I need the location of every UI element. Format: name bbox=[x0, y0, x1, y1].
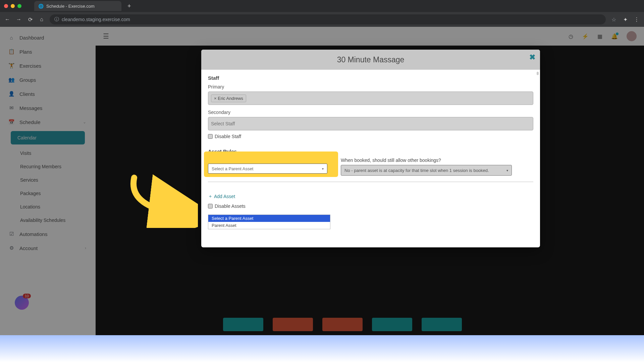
calendar-event[interactable] bbox=[372, 318, 412, 331]
primary-label: Primary bbox=[208, 84, 533, 89]
maximize-window-icon[interactable] bbox=[17, 4, 21, 8]
staff-section-header: Staff bbox=[208, 75, 533, 81]
new-tab-button[interactable]: + bbox=[127, 3, 131, 10]
staff-chip[interactable]: × Eric Andrews bbox=[211, 95, 246, 102]
sidebar-sub-packages[interactable]: Packages bbox=[0, 187, 96, 200]
sidebar-item-dashboard[interactable]: ⌂Dashboard bbox=[0, 31, 96, 45]
select-value: No - parent asset is at capacity for tha… bbox=[344, 168, 489, 173]
person-icon: 👤 bbox=[8, 91, 15, 97]
calendar-events bbox=[223, 318, 462, 331]
primary-staff-input[interactable]: × Eric Andrews bbox=[208, 92, 533, 105]
extensions-icon[interactable]: ✦ bbox=[622, 16, 629, 23]
calendar-event[interactable] bbox=[322, 318, 363, 331]
disable-assets-checkbox[interactable] bbox=[208, 204, 213, 208]
disable-assets-label: Disable Assets bbox=[215, 203, 246, 209]
mail-icon: ✉ bbox=[8, 105, 15, 111]
minimize-window-icon[interactable] bbox=[11, 4, 15, 8]
sidebar-item-label: Schedule bbox=[19, 119, 41, 125]
disable-staff-label: Disable Staff bbox=[215, 134, 241, 139]
sidebar-sub-services[interactable]: Services bbox=[0, 173, 96, 187]
address-bar[interactable]: ⓘ cleandemo.staging.exercise.com bbox=[50, 14, 606, 24]
plus-icon: ＋ bbox=[208, 193, 213, 199]
people-icon: 👥 bbox=[8, 77, 15, 83]
sidebar-sub-recurring-members[interactable]: Recurring Members bbox=[0, 160, 96, 173]
calendar-icon: 📅 bbox=[8, 119, 15, 125]
sidebar-item-label: Plans bbox=[19, 49, 32, 55]
close-icon[interactable]: ✖ bbox=[529, 53, 535, 62]
calendar-event[interactable] bbox=[422, 318, 462, 331]
sidebar-item-label: Groups bbox=[19, 77, 36, 83]
sidebar-item-clients[interactable]: 👤Clients bbox=[0, 87, 96, 101]
sidebar-item-plans[interactable]: 📋Plans bbox=[0, 45, 96, 59]
sidebar-item-schedule[interactable]: 📅Schedule⌄ bbox=[0, 115, 96, 129]
sidebar-sub-visits[interactable]: Visits bbox=[0, 146, 96, 160]
app-sidebar: ⌂Dashboard 📋Plans 🏋Exercises 👥Groups 👤Cl… bbox=[0, 27, 96, 335]
avatar[interactable] bbox=[627, 31, 637, 41]
forward-icon[interactable]: → bbox=[15, 16, 22, 23]
badge-count: 10 bbox=[23, 294, 31, 298]
disable-assets-row[interactable]: Disable Assets bbox=[208, 203, 533, 209]
bookmark-star-icon[interactable]: ☆ bbox=[610, 16, 617, 23]
sidebar-item-label: Clients bbox=[19, 91, 35, 97]
select-parent-asset-dropdown[interactable]: Select a Parent Asset ▾ bbox=[208, 164, 327, 174]
dropdown-option[interactable]: Parent Asset bbox=[208, 222, 330, 229]
select-value: Select a Parent Asset bbox=[212, 166, 253, 171]
bell-icon[interactable]: 🔔 bbox=[611, 33, 618, 40]
sidebar-item-messages[interactable]: ✉Messages bbox=[0, 101, 96, 115]
scrollbar-thumb[interactable] bbox=[537, 72, 539, 75]
divider bbox=[208, 182, 533, 182]
disable-staff-row[interactable]: Disable Staff bbox=[208, 134, 533, 139]
sidebar-item-account[interactable]: ⚙Account› bbox=[0, 241, 96, 255]
browser-toolbar: ← → ⟳ ⌂ ⓘ cleandemo.staging.exercise.com… bbox=[0, 12, 644, 27]
sidebar-sub-availability-schedules[interactable]: Availability Schedules bbox=[0, 214, 96, 227]
placeholder-text: Select Staff bbox=[211, 121, 235, 126]
home-icon[interactable]: ⌂ bbox=[38, 16, 45, 23]
sidebar-sub-locations[interactable]: Locations bbox=[0, 200, 96, 214]
lightning-icon[interactable]: ⚡ bbox=[582, 33, 589, 40]
modal-header: 30 Minute Massage ✖ bbox=[201, 50, 540, 70]
tab-title: Schedule - Exercise.com bbox=[46, 4, 95, 9]
sidebar-item-automations[interactable]: ☑Automations bbox=[0, 227, 96, 241]
browser-tab-bar: 🌐 Schedule - Exercise.com + bbox=[0, 0, 644, 12]
helper-widget[interactable]: 10 bbox=[15, 296, 29, 310]
sidebar-item-exercises[interactable]: 🏋Exercises bbox=[0, 59, 96, 73]
calendar-event[interactable] bbox=[273, 318, 313, 331]
secondary-staff-input[interactable]: Select Staff bbox=[208, 117, 533, 130]
back-icon[interactable]: ← bbox=[4, 16, 11, 23]
sidebar-item-label: Messages bbox=[19, 105, 42, 111]
clipboard-icon: 📋 bbox=[8, 49, 15, 55]
sidebar-sub-calendar[interactable]: Calendar bbox=[11, 131, 85, 144]
browser-menu-icon[interactable]: ⋮ bbox=[633, 16, 640, 23]
parent-asset-dropdown-menu: Select a Parent Asset Parent Asset bbox=[208, 215, 330, 229]
home-icon: ⌂ bbox=[8, 35, 15, 41]
dropdown-option[interactable]: Select a Parent Asset bbox=[208, 215, 330, 222]
browser-tab[interactable]: 🌐 Schedule - Exercise.com bbox=[34, 1, 121, 11]
check-icon: ☑ bbox=[8, 231, 15, 237]
reload-icon[interactable]: ⟳ bbox=[27, 16, 34, 23]
calendar-event[interactable] bbox=[223, 318, 263, 331]
modal-title: 30 Minute Massage bbox=[337, 55, 405, 64]
notification-dot bbox=[616, 33, 619, 35]
add-asset-button[interactable]: ＋Add Asset bbox=[208, 193, 533, 199]
globe-icon: 🌐 bbox=[38, 4, 44, 9]
chevron-right-icon: › bbox=[85, 246, 86, 250]
dumbbell-icon: 🏋 bbox=[8, 63, 15, 69]
sidebar-item-label: Account bbox=[19, 245, 38, 251]
apps-grid-icon[interactable]: ▦ bbox=[597, 33, 602, 40]
clock-icon[interactable]: ◷ bbox=[569, 33, 573, 40]
gear-icon: ⚙ bbox=[8, 245, 15, 251]
sidebar-item-label: Automations bbox=[19, 231, 47, 237]
sidebar-item-groups[interactable]: 👥Groups bbox=[0, 73, 96, 87]
allow-bookings-dropdown[interactable]: No - parent asset is at capacity for tha… bbox=[341, 165, 512, 176]
app-topbar: ☰ ◷ ⚡ ▦ 🔔 bbox=[96, 27, 644, 46]
allow-bookings-label: When booked, should still allow other bo… bbox=[341, 158, 533, 163]
frame-gradient bbox=[0, 335, 644, 362]
site-info-icon: ⓘ bbox=[54, 16, 59, 22]
close-window-icon[interactable] bbox=[4, 4, 8, 8]
viewport: ⌂Dashboard 📋Plans 🏋Exercises 👥Groups 👤Cl… bbox=[0, 27, 644, 362]
caret-down-icon: ▾ bbox=[322, 167, 324, 171]
disable-staff-checkbox[interactable] bbox=[208, 134, 213, 139]
url-text: cleandemo.staging.exercise.com bbox=[62, 17, 130, 22]
add-asset-label: Add Asset bbox=[214, 194, 235, 199]
hamburger-icon[interactable]: ☰ bbox=[103, 33, 109, 40]
